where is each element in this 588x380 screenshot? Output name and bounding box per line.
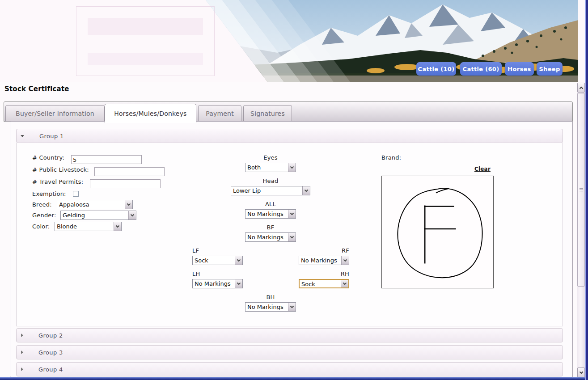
window-right-edge	[586, 0, 588, 380]
public-livestock-input[interactable]	[94, 167, 165, 176]
rf-select[interactable]: No Markings	[299, 256, 349, 265]
chevron-down-icon	[288, 233, 296, 241]
bh-select[interactable]: No Markings	[245, 302, 296, 312]
scrollbar-down-button[interactable]	[577, 367, 585, 377]
head-select[interactable]: Lower Lip	[231, 186, 310, 195]
chevron-up-icon	[579, 86, 584, 89]
header-banner: Cattle (10) Cattle (60) Horses Sheep	[0, 0, 588, 82]
group-1-header[interactable]: Group 1	[16, 129, 563, 143]
exemption-label: Exemption:	[32, 190, 66, 197]
head-label: Head	[263, 177, 279, 184]
lh-label: LH	[192, 270, 200, 277]
lf-label: LF	[192, 247, 199, 254]
chevron-down-icon	[579, 371, 584, 374]
breed-label: Breed:	[32, 201, 52, 208]
group-3-title: Group 3	[38, 349, 63, 356]
stock-certificate-window: Cattle (10) Cattle (60) Horses Sheep Sto…	[0, 0, 588, 380]
scrollbar-thumb[interactable]	[577, 93, 585, 287]
breed-select-value: Appaloosa	[59, 201, 89, 209]
color-select-value: Blonde	[57, 223, 77, 231]
chevron-down-icon	[235, 256, 242, 265]
bf-label: BF	[267, 224, 275, 231]
color-select[interactable]: Blonde	[55, 222, 122, 231]
scrollbar-grip-icon	[580, 188, 583, 192]
gender-label: Gender:	[32, 212, 56, 219]
bh-label: BH	[266, 294, 275, 300]
brand-clear-link[interactable]: Clear	[474, 166, 491, 172]
bf-select[interactable]: No Markings	[245, 232, 296, 242]
head-select-value: Lower Lip	[233, 187, 261, 195]
exemption-checkbox[interactable]	[73, 191, 79, 197]
bf-select-value: No Markings	[247, 233, 283, 241]
horses-button[interactable]: Horses	[505, 62, 534, 76]
sheep-button[interactable]: Sheep	[537, 62, 563, 76]
lf-select-value: Sock	[195, 257, 208, 265]
cattle-60-button[interactable]: Cattle (60)	[460, 62, 502, 76]
tab-payment[interactable]: Payment	[198, 105, 241, 122]
rf-select-value: No Markings	[301, 257, 337, 265]
gender-select[interactable]: Gelding	[60, 211, 136, 220]
country-label: # Country:	[32, 154, 64, 161]
breed-select[interactable]: Appaloosa	[57, 200, 133, 209]
scrollbar-up-button[interactable]	[577, 83, 585, 93]
chevron-down-icon	[288, 303, 296, 311]
group-2-title: Group 2	[38, 332, 63, 339]
travel-permits-label: # Travel Permits:	[32, 178, 83, 185]
rh-label: RH	[341, 270, 349, 277]
brand-label: Brand:	[381, 154, 401, 161]
brand-drawing-canvas[interactable]	[381, 176, 494, 288]
eyes-label: Eyes	[263, 154, 277, 161]
eyes-select-value: Both	[247, 164, 261, 172]
group-2-header[interactable]: Group 2	[16, 328, 563, 342]
cattle-10-button[interactable]: Cattle (10)	[416, 62, 456, 76]
gender-select-value: Gelding	[63, 211, 85, 220]
chevron-down-icon	[128, 211, 136, 220]
chevron-down-icon	[302, 186, 310, 195]
eyes-select[interactable]: Both	[245, 163, 296, 172]
rh-select[interactable]: Sock	[299, 279, 349, 288]
group-4-title: Group 4	[38, 366, 63, 373]
chevron-down-icon	[125, 200, 132, 209]
lh-select[interactable]: No Markings	[192, 279, 243, 288]
chevron-down-icon	[288, 210, 296, 218]
lf-select[interactable]: Sock	[192, 256, 243, 265]
tab-horses-mules-donkeys[interactable]: Horses/Mules/Donkeys	[105, 104, 196, 123]
group-4-header[interactable]: Group 4	[16, 362, 563, 376]
page-title: Stock Certificate	[4, 85, 69, 93]
group-1-title: Group 1	[39, 133, 64, 139]
country-input[interactable]	[71, 155, 142, 164]
bh-select-value: No Markings	[247, 303, 283, 311]
public-livestock-label: # Public Livestock:	[32, 166, 89, 173]
all-label: ALL	[265, 201, 276, 207]
tab-signatures[interactable]: Signatures	[243, 105, 292, 122]
lh-select-value: No Markings	[195, 280, 231, 288]
chevron-down-icon	[235, 279, 242, 288]
chevron-down-icon	[114, 222, 121, 231]
chevron-down-icon	[341, 280, 348, 287]
tab-buyer-seller-information[interactable]: Buyer/Seller Information	[5, 105, 105, 122]
brand-drawing-circle-f	[382, 176, 493, 288]
window-bottom-edge	[0, 377, 588, 380]
chevron-down-icon	[288, 163, 296, 172]
group-3-header[interactable]: Group 3	[16, 345, 563, 359]
chevron-right-icon	[21, 350, 23, 354]
all-select-value: No Markings	[247, 210, 283, 218]
rf-label: RF	[342, 247, 349, 254]
rh-select-value: Sock	[301, 280, 315, 288]
all-select[interactable]: No Markings	[245, 209, 296, 219]
chevron-right-icon	[21, 367, 23, 371]
travel-permits-input[interactable]	[90, 179, 161, 188]
color-label: Color:	[32, 223, 50, 230]
chevron-down-icon	[341, 256, 349, 265]
chevron-right-icon	[21, 334, 23, 337]
chevron-down-icon	[21, 135, 24, 137]
